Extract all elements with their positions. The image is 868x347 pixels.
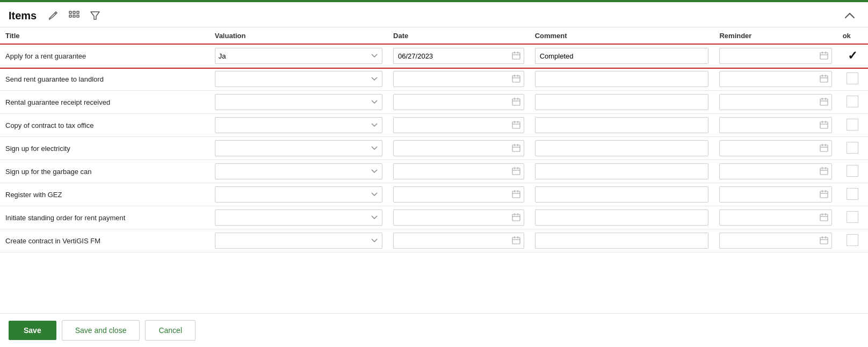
cell-reminder[interactable] — [714, 137, 837, 160]
reminder-calendar-icon[interactable] — [819, 142, 829, 155]
cell-valuation[interactable]: JaNein — [209, 229, 388, 252]
valuation-select[interactable]: JaNein — [215, 233, 382, 249]
cell-comment[interactable] — [530, 45, 714, 68]
ok-empty-checkbox[interactable] — [847, 73, 858, 84]
date-input[interactable] — [396, 214, 511, 222]
date-input[interactable] — [396, 144, 511, 153]
cell-valuation[interactable]: JaNein — [209, 160, 388, 183]
cell-ok[interactable] — [837, 137, 868, 160]
valuation-select[interactable]: JaNein — [215, 94, 382, 110]
cell-valuation[interactable]: JaNein — [209, 91, 388, 114]
cell-valuation[interactable]: JaNein — [209, 68, 388, 91]
cancel-button[interactable]: Cancel — [145, 320, 196, 341]
ok-empty-checkbox[interactable] — [847, 119, 858, 131]
cell-comment[interactable] — [530, 206, 714, 229]
settings-icon-button[interactable] — [66, 8, 83, 24]
save-button[interactable]: Save — [9, 321, 56, 340]
cell-valuation[interactable]: JaNein — [209, 206, 388, 229]
valuation-select[interactable]: JaNein — [215, 140, 382, 156]
ok-empty-checkbox[interactable] — [847, 211, 858, 223]
ok-empty-checkbox[interactable] — [847, 165, 858, 177]
cell-valuation[interactable]: JaNein — [209, 45, 388, 68]
reminder-calendar-icon[interactable] — [819, 212, 829, 224]
cell-reminder[interactable] — [714, 183, 837, 206]
comment-input[interactable] — [540, 52, 704, 60]
save-close-button[interactable]: Save and close — [62, 320, 140, 341]
reminder-calendar-icon[interactable] — [819, 50, 829, 62]
reminder-calendar-icon[interactable] — [819, 189, 829, 201]
cell-date[interactable] — [388, 229, 530, 252]
cell-comment[interactable] — [530, 114, 714, 137]
valuation-select[interactable]: JaNein — [215, 209, 382, 226]
date-input[interactable] — [396, 121, 511, 129]
comment-input[interactable] — [540, 214, 704, 222]
cell-comment[interactable] — [530, 91, 714, 114]
cell-ok[interactable] — [837, 206, 868, 229]
date-input[interactable] — [396, 75, 511, 83]
calendar-icon[interactable] — [511, 189, 522, 201]
cell-reminder[interactable] — [714, 206, 837, 229]
edit-icon-button[interactable] — [45, 8, 61, 24]
cell-comment[interactable] — [530, 183, 714, 206]
cell-date[interactable] — [388, 206, 530, 229]
date-input[interactable] — [396, 52, 511, 60]
cell-date[interactable] — [388, 160, 530, 183]
calendar-icon[interactable] — [511, 50, 522, 62]
cell-reminder[interactable] — [714, 68, 837, 91]
reminder-calendar-icon[interactable] — [819, 235, 829, 247]
cell-reminder[interactable] — [714, 45, 837, 68]
ok-empty-checkbox[interactable] — [847, 234, 858, 246]
ok-empty-checkbox[interactable] — [847, 188, 858, 200]
cell-ok[interactable] — [837, 160, 868, 183]
cell-comment[interactable] — [530, 137, 714, 160]
ok-empty-checkbox[interactable] — [847, 142, 858, 154]
cell-comment[interactable] — [530, 160, 714, 183]
comment-input[interactable] — [540, 191, 704, 199]
valuation-select[interactable]: JaNein — [215, 48, 382, 64]
calendar-icon[interactable] — [511, 119, 522, 132]
calendar-icon[interactable] — [511, 235, 522, 247]
cell-reminder[interactable] — [714, 229, 837, 252]
filter-icon-button[interactable] — [87, 8, 103, 24]
cell-comment[interactable] — [530, 68, 714, 91]
cell-ok[interactable]: ✓ — [837, 45, 868, 68]
comment-input[interactable] — [540, 98, 704, 106]
cell-ok[interactable] — [837, 229, 868, 252]
calendar-icon[interactable] — [511, 142, 522, 155]
calendar-icon[interactable] — [511, 165, 522, 178]
cell-valuation[interactable]: JaNein — [209, 183, 388, 206]
cell-date[interactable] — [388, 68, 530, 91]
reminder-calendar-icon[interactable] — [819, 73, 829, 85]
calendar-icon[interactable] — [511, 73, 522, 85]
cell-date[interactable] — [388, 114, 530, 137]
cell-date[interactable] — [388, 183, 530, 206]
cell-date[interactable] — [388, 45, 530, 68]
valuation-select[interactable]: JaNein — [215, 71, 382, 87]
cell-reminder[interactable] — [714, 91, 837, 114]
reminder-calendar-icon[interactable] — [819, 119, 829, 132]
comment-input[interactable] — [540, 168, 704, 176]
cell-ok[interactable] — [837, 68, 868, 91]
valuation-select[interactable]: JaNein — [215, 186, 382, 203]
date-input[interactable] — [396, 98, 511, 106]
cell-reminder[interactable] — [714, 160, 837, 183]
comment-input[interactable] — [540, 144, 704, 153]
comment-input[interactable] — [540, 75, 704, 83]
comment-input[interactable] — [540, 237, 704, 245]
valuation-select[interactable]: JaNein — [215, 163, 382, 179]
cell-ok[interactable] — [837, 114, 868, 137]
cell-ok[interactable] — [837, 183, 868, 206]
cell-date[interactable] — [388, 137, 530, 160]
ok-empty-checkbox[interactable] — [847, 96, 858, 107]
date-input[interactable] — [396, 168, 511, 176]
comment-input[interactable] — [540, 121, 704, 129]
calendar-icon[interactable] — [511, 96, 522, 109]
cell-ok[interactable] — [837, 91, 868, 114]
cell-valuation[interactable]: JaNein — [209, 137, 388, 160]
collapse-button[interactable] — [840, 8, 859, 24]
reminder-calendar-icon[interactable] — [819, 165, 829, 178]
date-input[interactable] — [396, 237, 511, 245]
calendar-icon[interactable] — [511, 212, 522, 224]
date-input[interactable] — [396, 191, 511, 199]
reminder-calendar-icon[interactable] — [819, 96, 829, 109]
